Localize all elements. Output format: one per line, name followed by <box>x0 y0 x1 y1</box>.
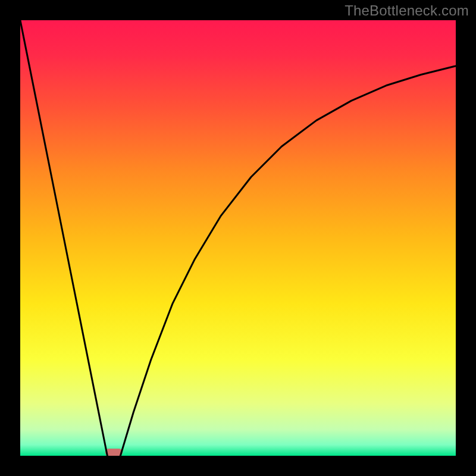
chart-frame: TheBottleneck.com <box>0 0 476 476</box>
chart-plot <box>20 20 456 456</box>
watermark-text: TheBottleneck.com <box>345 2 469 19</box>
chart-background <box>20 20 456 456</box>
